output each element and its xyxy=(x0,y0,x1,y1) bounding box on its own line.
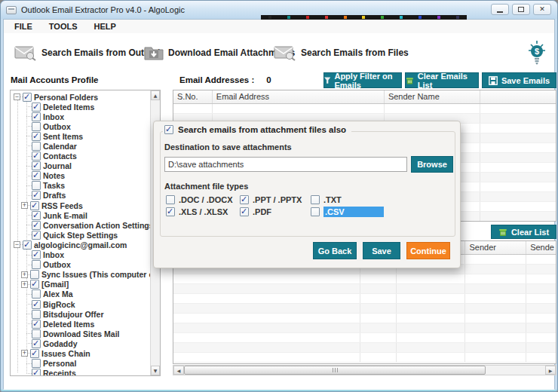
tree-item[interactable]: Receipts xyxy=(11,369,150,376)
tree-item[interactable]: Tasks xyxy=(11,181,150,191)
column-header-sender-name[interactable]: Sender Name xyxy=(385,90,481,103)
tree-item[interactable]: Calendar xyxy=(11,141,150,151)
destination-input[interactable] xyxy=(164,157,407,172)
table-row[interactable] xyxy=(173,274,556,284)
tree-checkbox[interactable] xyxy=(32,369,41,376)
tree-checkbox[interactable] xyxy=(32,103,41,112)
column-header-email-address[interactable]: Email Address xyxy=(213,90,385,103)
tree-item[interactable]: Contacts xyxy=(11,152,150,161)
tree-item[interactable]: Quick Step Settings xyxy=(11,230,150,240)
horizontal-scrollbar[interactable]: ◀ ▶ xyxy=(173,365,556,375)
filetype-checkbox[interactable] xyxy=(240,207,249,216)
filetype-checkbox[interactable] xyxy=(311,195,320,204)
tree-item[interactable]: +Sync Issues (This computer only) xyxy=(11,270,150,280)
tree-checkbox[interactable] xyxy=(32,191,41,200)
tree-item[interactable]: Outbox xyxy=(11,121,150,131)
tree-item[interactable]: Inbox xyxy=(11,250,150,260)
table-row[interactable] xyxy=(173,314,556,323)
tree-checkbox[interactable] xyxy=(32,142,41,151)
expand-icon[interactable]: + xyxy=(21,350,28,357)
tree-checkbox[interactable] xyxy=(32,250,41,259)
expand-icon[interactable]: + xyxy=(21,271,28,278)
scrollbar-thumb[interactable] xyxy=(184,366,486,375)
tree-checkbox[interactable] xyxy=(30,349,39,358)
filetype-option[interactable]: .XLS / .XLSX xyxy=(166,207,240,216)
scroll-left-arrow-icon[interactable]: ◀ xyxy=(173,366,184,375)
search-attachments-checkbox[interactable] xyxy=(164,125,173,134)
tree-checkbox[interactable] xyxy=(32,359,41,368)
table-row[interactable] xyxy=(173,284,556,294)
tree-checkbox[interactable] xyxy=(32,122,41,131)
tree-checkbox[interactable] xyxy=(32,231,41,240)
tree-checkbox[interactable] xyxy=(32,181,41,190)
tree-checkbox[interactable] xyxy=(32,161,41,170)
tree-item[interactable]: BigRock xyxy=(11,299,150,309)
tree-item[interactable]: Download Sites Mail xyxy=(11,329,150,338)
download-attachments-button[interactable]: Download Email Attachments xyxy=(144,33,295,72)
search-files-button[interactable]: Search Emails from Files xyxy=(274,33,409,72)
tree-item[interactable]: Notes xyxy=(11,171,150,181)
tree-checkbox[interactable] xyxy=(23,240,32,250)
filetype-option[interactable]: .PPT / .PPTX xyxy=(240,195,311,204)
tree-checkbox[interactable] xyxy=(32,260,41,269)
tree-checkbox[interactable] xyxy=(32,329,41,338)
filetype-option[interactable]: .DOC / .DOCX xyxy=(166,195,240,204)
clear-list-button[interactable]: Clear List xyxy=(491,225,556,239)
tree-checkbox[interactable] xyxy=(30,270,39,279)
save-button[interactable]: Save xyxy=(363,242,400,259)
expand-icon[interactable]: + xyxy=(21,281,28,288)
tree-item[interactable]: Sent Items xyxy=(11,131,150,141)
column-header-sno[interactable]: S.No. xyxy=(173,90,213,103)
tree-checkbox[interactable] xyxy=(32,320,41,329)
tree-item[interactable]: Godaddy xyxy=(11,338,150,348)
filetype-checkbox[interactable] xyxy=(311,207,320,216)
go-back-button[interactable]: Go Back xyxy=(313,242,357,259)
column-header-sender-email[interactable]: Sende xyxy=(526,241,556,254)
continue-button[interactable]: Continue xyxy=(406,242,450,259)
save-emails-button[interactable]: Save Emails xyxy=(482,72,556,88)
apply-filter-button[interactable]: Apply Filter on Emails xyxy=(323,72,402,88)
tree-item[interactable]: Conversation Action Settings xyxy=(11,220,150,230)
collapse-icon[interactable]: − xyxy=(14,241,20,248)
tree-item[interactable]: Bitsdujour Offer xyxy=(11,309,150,319)
tree-item[interactable]: +[Gmail] xyxy=(11,280,150,289)
scroll-down-arrow-icon[interactable]: ▼ xyxy=(151,366,160,375)
tree-checkbox[interactable] xyxy=(23,93,32,102)
tree-item[interactable]: Journal xyxy=(11,161,150,171)
tree-item[interactable]: Deleted Items xyxy=(11,102,150,112)
filetype-checkbox[interactable] xyxy=(166,207,175,216)
collapse-icon[interactable]: − xyxy=(14,93,20,100)
tree-checkbox[interactable] xyxy=(30,201,39,210)
filetype-option[interactable]: .CSV xyxy=(311,207,439,217)
tree-checkbox[interactable] xyxy=(32,132,41,141)
tree-checkbox[interactable] xyxy=(32,211,41,220)
tree-item[interactable]: −Personal Folders xyxy=(11,92,150,102)
tree-checkbox[interactable] xyxy=(32,300,41,309)
filetype-checkbox[interactable] xyxy=(166,195,175,204)
clear-emails-list-button[interactable]: Clear Emails List xyxy=(405,72,479,88)
tree-item[interactable]: Personal xyxy=(11,359,150,369)
table-row[interactable] xyxy=(173,294,556,304)
tip-button[interactable]: $ xyxy=(526,33,548,72)
tree-checkbox[interactable] xyxy=(32,289,41,299)
table-row[interactable] xyxy=(173,104,556,114)
menu-help[interactable]: HELP xyxy=(94,22,116,31)
tree-checkbox[interactable] xyxy=(32,221,41,230)
minimize-button[interactable] xyxy=(491,4,509,15)
maximize-button[interactable] xyxy=(512,4,530,15)
column-header-sender[interactable]: Sender xyxy=(465,241,526,254)
tree-checkbox[interactable] xyxy=(30,280,39,289)
filetype-option[interactable]: .TXT xyxy=(311,195,439,204)
tree-item[interactable]: +RSS Feeds xyxy=(11,201,150,210)
table-row[interactable] xyxy=(173,304,556,314)
menu-tools[interactable]: TOOLS xyxy=(49,22,78,31)
menu-file[interactable]: FILE xyxy=(14,22,32,31)
close-button[interactable]: ✕ xyxy=(533,4,551,15)
table-row[interactable] xyxy=(173,353,556,363)
scroll-right-arrow-icon[interactable]: ▶ xyxy=(545,366,556,375)
tree-checkbox[interactable] xyxy=(32,171,41,180)
tree-checkbox[interactable] xyxy=(32,152,41,161)
table-row[interactable] xyxy=(173,343,556,353)
tree-checkbox[interactable] xyxy=(32,112,41,121)
tree-item[interactable]: Alex Ma xyxy=(11,289,150,299)
